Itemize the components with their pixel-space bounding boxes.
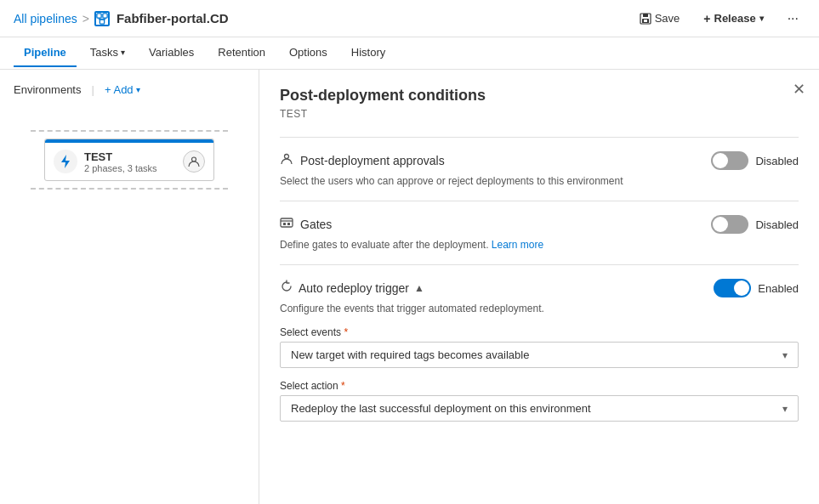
left-panel: Environments | + Add ▾ [0, 70, 259, 504]
close-button[interactable]: ✕ [793, 80, 805, 99]
select-events-chevron-icon: ▾ [782, 349, 788, 361]
close-icon: ✕ [793, 81, 805, 98]
stage-card[interactable]: TEST 2 phases, 3 tasks [44, 139, 214, 181]
select-action-label: Select action * [280, 380, 799, 392]
select-events-dropdown[interactable]: New target with required tags becomes av… [280, 342, 799, 368]
pipeline-stage: TEST 2 phases, 3 tasks [44, 139, 214, 181]
release-label: Release [714, 12, 756, 25]
auto-redeploy-toggle-knob [734, 280, 749, 296]
select-action-dropdown[interactable]: Redeploy the last successful deployment … [280, 395, 799, 422]
auto-redeploy-title: Auto redeploy trigger ▲ [280, 280, 424, 297]
auto-redeploy-toggle-wrapper: Enabled [714, 279, 799, 297]
gates-header: Gates Disabled [280, 215, 799, 234]
nav-tabs: Pipeline Tasks ▾ Variables Retention Opt… [0, 37, 819, 70]
release-button[interactable]: + Release ▾ [697, 8, 770, 29]
svg-rect-10 [644, 20, 647, 22]
panel-title: Post-deployment conditions [280, 87, 799, 105]
gates-section: Gates Disabled Define gates to evaluate … [280, 201, 799, 264]
more-options-button[interactable]: ··· [781, 8, 805, 30]
person-icon [188, 156, 200, 167]
environments-label: Environments [14, 83, 81, 96]
auto-redeploy-toggle-label: Enabled [758, 282, 799, 295]
stage-card-body: TEST 2 phases, 3 tasks [45, 143, 213, 180]
svg-point-12 [192, 157, 196, 161]
save-icon [640, 13, 651, 25]
add-icon: + [105, 83, 111, 96]
environments-divider: | [91, 83, 94, 96]
gates-icon [280, 216, 293, 233]
auto-redeploy-header: Auto redeploy trigger ▲ Enabled [280, 279, 799, 297]
gates-toggle[interactable] [711, 215, 748, 234]
more-icon: ··· [788, 11, 799, 25]
gates-desc: Define gates to evaluate after the deplo… [280, 239, 799, 251]
svg-rect-17 [287, 223, 290, 225]
approvals-toggle-knob [713, 153, 728, 168]
svg-rect-14 [281, 218, 293, 227]
gates-title: Gates [280, 216, 332, 233]
tab-options[interactable]: Options [279, 39, 338, 67]
approvals-toggle[interactable] [711, 151, 748, 170]
approvals-toggle-wrapper: Disabled [711, 151, 799, 170]
pipeline-line-bottom [31, 188, 228, 190]
save-label: Save [655, 12, 680, 25]
approvals-header: Post-deployment approvals Disabled [280, 151, 799, 170]
approvals-desc: Select the users who can approve or reje… [280, 175, 799, 187]
approvals-icon [280, 152, 293, 169]
select-events-group: Select events * New target with required… [280, 326, 799, 368]
pipeline-name: Fabfiber-portal.CD [117, 11, 229, 25]
add-dropdown-icon: ▾ [136, 85, 140, 94]
breadcrumb-link[interactable]: All pipelines [14, 12, 77, 25]
select-action-value: Redeploy the last successful deployment … [291, 402, 591, 415]
auto-redeploy-collapse-icon[interactable]: ▲ [414, 282, 424, 294]
svg-rect-16 [283, 223, 286, 225]
add-label: Add [113, 83, 133, 96]
pipeline-type-icon [94, 11, 110, 26]
gates-learn-more-link[interactable]: Learn more [492, 239, 543, 251]
tab-retention[interactable]: Retention [208, 39, 276, 67]
save-button[interactable]: Save [633, 8, 687, 28]
auto-redeploy-section: Auto redeploy trigger ▲ Enabled Configur… [280, 264, 799, 435]
plus-icon: + [703, 12, 710, 25]
tasks-dropdown-icon: ▾ [121, 48, 125, 57]
pipeline-line-top [31, 130, 228, 132]
approvals-toggle-label: Disabled [755, 155, 799, 167]
svg-rect-0 [97, 13, 101, 17]
select-action-required: * [341, 380, 345, 392]
auto-redeploy-icon [280, 280, 293, 297]
svg-marker-11 [61, 155, 70, 168]
auto-redeploy-desc: Configure the events that trigger automa… [280, 303, 799, 314]
environments-header: Environments | + Add ▾ [14, 83, 245, 96]
svg-rect-1 [103, 13, 107, 17]
tab-history[interactable]: History [341, 39, 395, 67]
tab-variables[interactable]: Variables [139, 39, 204, 67]
select-action-group: Select action * Redeploy the last succes… [280, 380, 799, 422]
gates-label: Gates [300, 218, 332, 231]
auto-redeploy-toggle[interactable] [714, 279, 751, 297]
stage-name: TEST [84, 150, 176, 163]
approvals-section: Post-deployment approvals Disabled Selec… [280, 137, 799, 201]
gates-toggle-knob [713, 217, 728, 232]
panel-subtitle: TEST [280, 108, 799, 120]
select-action-chevron-icon: ▾ [782, 403, 788, 415]
approvals-label: Post-deployment approvals [300, 154, 445, 167]
breadcrumb-area: All pipelines > Fabfiber-portal.CD [14, 11, 229, 26]
top-header: All pipelines > Fabfiber-portal.CD Sav [0, 0, 819, 37]
header-actions: Save + Release ▾ ··· [633, 8, 805, 30]
stage-desc: 2 phases, 3 tasks [84, 163, 176, 173]
right-panel: ✕ Post-deployment conditions TEST Post-d… [259, 70, 819, 504]
svg-point-13 [285, 155, 289, 159]
gates-toggle-label: Disabled [755, 218, 799, 231]
tab-tasks[interactable]: Tasks ▾ [80, 39, 135, 67]
approvals-title: Post-deployment approvals [280, 152, 445, 169]
select-events-label: Select events * [280, 326, 799, 338]
tab-pipeline[interactable]: Pipeline [14, 39, 77, 67]
release-dropdown-icon: ▾ [759, 14, 764, 23]
svg-rect-8 [643, 14, 648, 17]
stage-info: TEST 2 phases, 3 tasks [84, 150, 176, 173]
stage-person-button[interactable] [183, 150, 205, 173]
pipeline-canvas: TEST 2 phases, 3 tasks [14, 130, 245, 190]
gates-toggle-wrapper: Disabled [711, 215, 799, 234]
stage-lightning-icon [54, 150, 77, 173]
add-environment-button[interactable]: + Add ▾ [105, 83, 140, 96]
select-events-required: * [344, 326, 348, 338]
